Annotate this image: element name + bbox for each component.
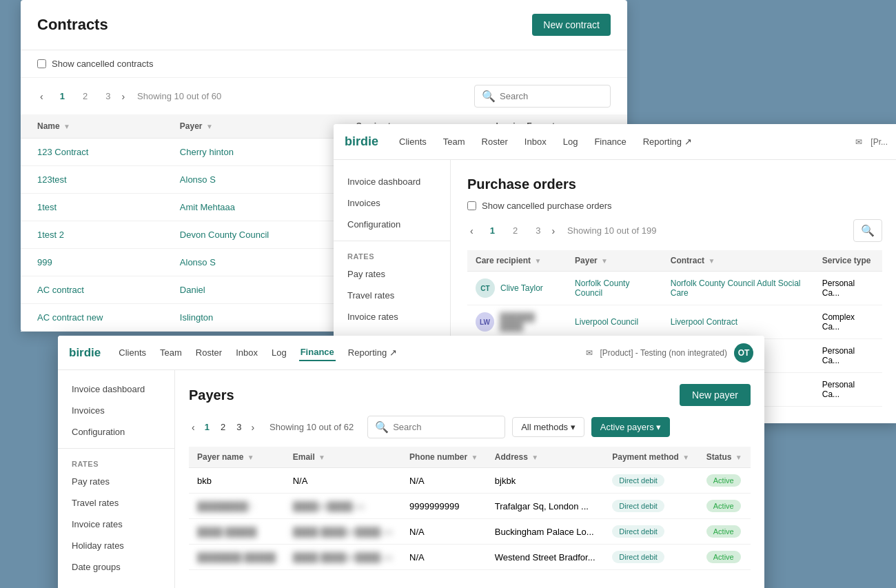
contract-name-link[interactable]: 1test 2	[37, 230, 64, 240]
contract-payer-link[interactable]: Daniel	[180, 285, 205, 295]
po-col-payer: Payer ▼	[567, 250, 662, 272]
payer-name-cell: ████ █████	[189, 519, 285, 545]
nav-log-2[interactable]: Log	[562, 134, 580, 150]
payer-status-cell: Active	[698, 494, 751, 519]
contracts-search-input[interactable]	[500, 91, 603, 101]
next-page-btn[interactable]: ›	[119, 90, 128, 103]
contract-name-link[interactable]: 999	[37, 257, 52, 267]
payers-main: Payers New payer ‹ 1 2 3 › Showing 10 ou…	[175, 370, 764, 588]
payers-search-input[interactable]	[393, 422, 498, 432]
payers-nav-product: [Product] - Testing (non integrated)	[600, 348, 727, 358]
po-pagination: ‹ 1 2 3 › Showing 10 out of 199	[467, 224, 656, 238]
sidebar-date-groups-payers[interactable]: Date groups	[58, 556, 174, 578]
contract-payer-link[interactable]: Islington	[180, 312, 213, 323]
purchase-orders-nav: birdie Clients Team Roster Inbox Log Fin…	[334, 124, 896, 160]
payer-name-cell: ████████ l	[189, 494, 285, 519]
contract-name-link[interactable]: 123 Contract	[37, 147, 88, 157]
contract-link[interactable]: Norfolk County Council Adult Social Care	[671, 278, 801, 298]
recipient-blurred: ██████ ████	[500, 312, 558, 332]
nav-team-2[interactable]: Team	[442, 134, 467, 150]
contract-link[interactable]: Liverpool Contract	[671, 317, 737, 327]
sidebar-invoices-2[interactable]: Invoices	[334, 192, 450, 214]
sidebar-configuration-payers[interactable]: Configuration	[58, 421, 174, 443]
col-payer-name: Payer name ▼	[189, 447, 285, 468]
all-methods-filter[interactable]: All methods ▾	[512, 417, 584, 437]
payers-page-2[interactable]: 2	[216, 420, 230, 434]
service-cell: Personal Ca...	[814, 272, 882, 305]
sidebar-invoice-rates-2[interactable]: Invoice rates	[334, 306, 450, 327]
sidebar-travel-rates-payers[interactable]: Travel rates	[58, 492, 174, 514]
recipient-cell: CT Clive Taylor	[467, 272, 567, 305]
po-page-2[interactable]: 2	[509, 224, 522, 237]
show-cancelled-contracts-checkbox[interactable]	[37, 59, 46, 68]
contract-payer-link[interactable]: Amit Mehtaaa	[180, 202, 235, 212]
contract-payer-link[interactable]: Alonso S	[180, 174, 216, 185]
payers-sidebar: Invoice dashboard Invoices Configuration…	[58, 370, 175, 588]
prev-page-btn[interactable]: ‹	[37, 90, 46, 103]
contract-name-link[interactable]: 1test	[37, 202, 57, 212]
payers-search-box: 🔍	[367, 416, 505, 438]
sidebar-travel-rates-2[interactable]: Travel rates	[334, 285, 450, 306]
po-prev-btn[interactable]: ‹	[467, 224, 476, 238]
contract-payer-link[interactable]: Cherry hinton	[180, 147, 234, 157]
payer-phone-cell: N/A	[401, 545, 487, 570]
nav-reporting-2[interactable]: Reporting ↗	[642, 134, 693, 150]
col-status: Status ▼	[698, 447, 751, 468]
payers-nav-inbox[interactable]: Inbox	[234, 345, 259, 361]
payers-prev-btn[interactable]: ‹	[189, 420, 198, 434]
payer-name-cell: ███████ █████	[189, 545, 285, 570]
payer-phone-cell: 9999999999	[401, 494, 487, 519]
show-cancelled-label: Show cancelled contracts	[52, 59, 153, 69]
payers-page-1[interactable]: 1	[201, 420, 214, 434]
sidebar-invoice-rates-payers[interactable]: Invoice rates	[58, 514, 174, 535]
payers-nav-clients[interactable]: Clients	[117, 345, 147, 361]
sidebar-invoice-dashboard-payers[interactable]: Invoice dashboard	[58, 378, 174, 400]
col-payment-method: Payment method ▼	[604, 447, 698, 468]
payer-address-cell: Buckingham Palace Lo...	[487, 519, 604, 545]
payer-name-cell: bkb	[189, 468, 285, 494]
nav-roster-2[interactable]: Roster	[480, 134, 509, 150]
sidebar-pay-rates-payers[interactable]: Pay rates	[58, 471, 174, 492]
payers-next-btn[interactable]: ›	[248, 420, 257, 434]
payers-nav-team[interactable]: Team	[159, 345, 183, 361]
po-next-btn[interactable]: ›	[549, 224, 558, 238]
new-contract-button[interactable]: New contract	[532, 14, 611, 36]
contract-payer-link[interactable]: Devon County Council	[180, 230, 269, 240]
nav-mail-icon-2: ✉	[855, 137, 862, 147]
table-row: ████████ l ████@████.co 9999999999 Trafa…	[189, 494, 751, 519]
payer-method-cell: Direct debit	[604, 468, 698, 494]
page-3[interactable]: 3	[101, 90, 114, 103]
contract-name-link[interactable]: AC contract	[37, 285, 84, 295]
recipient-link[interactable]: Clive Taylor	[500, 283, 543, 293]
sidebar-invoice-dashboard-2[interactable]: Invoice dashboard	[334, 171, 450, 192]
contract-name-link[interactable]: AC contract new	[37, 312, 103, 323]
service-cell: Personal Ca...	[814, 339, 882, 373]
payers-nav-roster[interactable]: Roster	[194, 345, 223, 361]
nav-finance-2[interactable]: Finance	[593, 134, 627, 150]
sidebar-pay-rates-2[interactable]: Pay rates	[334, 263, 450, 285]
page-2[interactable]: 2	[79, 90, 92, 103]
payers-page-3[interactable]: 3	[232, 420, 245, 434]
sidebar-configuration-2[interactable]: Configuration	[334, 214, 450, 235]
payers-nav-finance[interactable]: Finance	[299, 344, 336, 361]
user-avatar[interactable]: OT	[734, 343, 753, 363]
page-1[interactable]: 1	[56, 90, 69, 103]
contract-payer-link[interactable]: Alonso S	[180, 257, 216, 267]
payer-address-cell: bjkbk	[487, 468, 604, 494]
po-page-1[interactable]: 1	[486, 224, 499, 237]
po-page-3[interactable]: 3	[531, 224, 544, 237]
payers-nav-reporting[interactable]: Reporting ↗	[347, 345, 398, 361]
payer-link[interactable]: Norfolk County Council	[575, 278, 629, 298]
new-payer-button[interactable]: New payer	[680, 384, 751, 406]
showing-count: Showing 10 out of 60	[137, 91, 221, 101]
nav-inbox-2[interactable]: Inbox	[523, 134, 548, 150]
sidebar-invoices-payers[interactable]: Invoices	[58, 400, 174, 421]
show-cancelled-po-checkbox[interactable]	[467, 201, 476, 210]
nav-clients-2[interactable]: Clients	[398, 134, 428, 150]
rates-label-2: Rates	[334, 247, 450, 263]
sidebar-holiday-rates-payers[interactable]: Holiday rates	[58, 535, 174, 556]
active-payers-filter[interactable]: Active payers ▾	[591, 417, 671, 437]
contract-name-link[interactable]: 123test	[37, 174, 67, 185]
payer-link[interactable]: Liverpool Council	[575, 317, 638, 327]
payers-nav-log[interactable]: Log	[270, 345, 288, 361]
